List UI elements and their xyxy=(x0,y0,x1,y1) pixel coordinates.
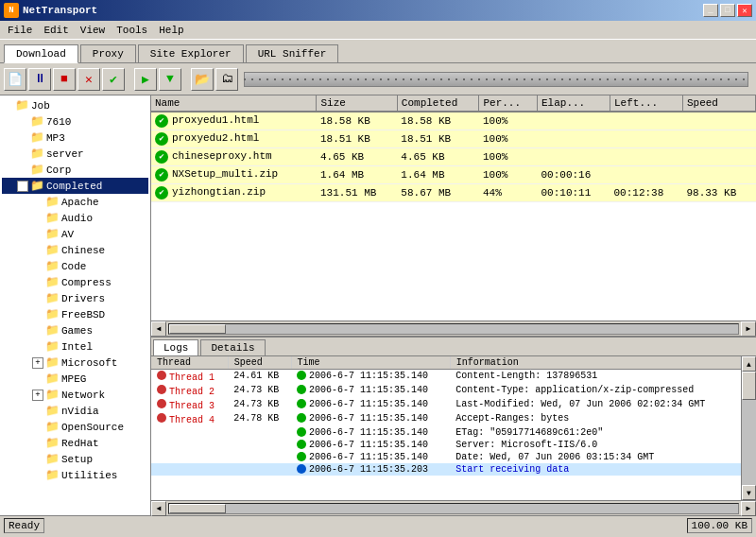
expand-icon[interactable]: + xyxy=(32,390,43,401)
open-folder-button[interactable]: 📂 xyxy=(191,68,214,91)
menu-item-help[interactable]: Help xyxy=(153,23,189,38)
tab-download[interactable]: Download xyxy=(4,44,78,63)
sidebar-item-mp3[interactable]: 📁MP3 xyxy=(2,130,148,146)
collapse-icon[interactable]: - xyxy=(17,181,28,192)
sidebar-item-apache[interactable]: 📁Apache xyxy=(2,194,148,210)
log-status-icon xyxy=(297,452,306,461)
minimize-button[interactable]: _ xyxy=(703,4,718,17)
hscroll-thumb[interactable] xyxy=(169,324,226,334)
file-cell-1: 58.67 MB xyxy=(397,184,479,202)
file-list[interactable]: NameSizeCompletedPer...Elap...Left...Spe… xyxy=(151,95,756,320)
expand-icon[interactable]: + xyxy=(32,357,43,369)
file-cell-2: 100% xyxy=(479,148,538,166)
sidebar-item-job[interactable]: 📁Job xyxy=(2,97,148,113)
file-name-cell: ✔NXSetup_multi.zip xyxy=(151,166,317,184)
folder-icon: 📁 xyxy=(45,275,60,289)
tab-site-explorer[interactable]: Site Explorer xyxy=(138,44,244,62)
sidebar-item-mpeg[interactable]: 📁MPEG xyxy=(2,371,148,387)
app-title: NetTransport xyxy=(23,5,97,16)
log-row: 2006-6-7 11:15:35.140ETag: "05917714689c… xyxy=(151,426,741,439)
file-list-hscroll[interactable]: ◀ ▶ xyxy=(151,320,756,336)
log-thread xyxy=(151,451,228,463)
sidebar-item-freebsd[interactable]: 📁FreeBSD xyxy=(2,306,148,322)
logs-table-container: ThreadSpeedTimeInformationThread 124.61 … xyxy=(151,356,741,500)
sidebar-item-chinese[interactable]: 📁Chinese xyxy=(2,242,148,258)
sidebar-item-utilities[interactable]: 📁Utilities xyxy=(2,467,148,483)
menu-item-file[interactable]: File xyxy=(2,23,38,38)
sidebar-item-network[interactable]: +📁Network xyxy=(2,387,148,403)
logs-hscroll[interactable]: ◀ ▶ xyxy=(151,500,756,515)
sidebar-item-games[interactable]: 📁Games xyxy=(2,322,148,338)
log-time: 2006-6-7 11:15:35.140 xyxy=(291,398,450,412)
sidebar-item-microsoft[interactable]: +📁Microsoft xyxy=(2,355,148,371)
logs-scrollbar[interactable]: ▲ ▼ xyxy=(741,356,756,500)
folder-icon: 📁 xyxy=(45,420,60,434)
tab-url-sniffer[interactable]: URL Sniffer xyxy=(246,44,339,62)
sidebar-item-nvidia[interactable]: 📁nVidia xyxy=(2,403,148,419)
sidebar-item-setup[interactable]: 📁Setup xyxy=(2,451,148,467)
sidebar-item-server[interactable]: 📁server xyxy=(2,146,148,162)
folder-icon: 📁 xyxy=(15,98,29,113)
log-info: Last-Modified: Wed, 07 Jun 2006 02:02:34… xyxy=(450,398,740,412)
folder-icon: 📁 xyxy=(45,211,60,225)
sidebar-item-7610[interactable]: 📁7610 xyxy=(2,113,148,130)
sidebar-item-audio[interactable]: 📁Audio xyxy=(2,210,148,226)
explore-button[interactable]: 🗂 xyxy=(215,68,238,91)
file-cell-3: 00:00:16 xyxy=(538,166,610,184)
stop-button[interactable]: ■ xyxy=(53,68,76,91)
hscroll-right[interactable]: ▶ xyxy=(741,321,756,337)
close-button[interactable]: ✕ xyxy=(737,4,752,17)
logs-scroll-up[interactable]: ▲ xyxy=(742,356,756,372)
verify-button[interactable]: ✔ xyxy=(102,68,125,91)
log-speed: 24.73 KB xyxy=(228,384,291,398)
tab-proxy[interactable]: Proxy xyxy=(80,44,136,62)
sidebar-item-intel[interactable]: 📁Intel xyxy=(2,338,148,355)
start-button[interactable]: ▶ xyxy=(134,68,157,91)
tree-item-label: Drivers xyxy=(61,293,105,304)
log-time: 2006-6-7 11:15:35.140 xyxy=(291,412,450,426)
tree-item-label: Utilities xyxy=(61,470,117,481)
maximize-button[interactable]: □ xyxy=(720,4,735,17)
sidebar-item-compress[interactable]: 📁Compress xyxy=(2,274,148,290)
right-panel: NameSizeCompletedPer...Elap...Left...Spe… xyxy=(151,95,756,515)
file-row[interactable]: ✔proxyedu2.html18.51 KB18.51 KB100% xyxy=(151,130,756,148)
tree-item-label: RedHat xyxy=(61,438,99,449)
menu-item-edit[interactable]: Edit xyxy=(38,23,74,38)
menu-item-tools[interactable]: Tools xyxy=(111,23,153,38)
sidebar-item-opensource[interactable]: 📁OpenSource xyxy=(2,419,148,435)
logs-hscroll-thumb[interactable] xyxy=(169,504,226,513)
file-cell-5 xyxy=(682,130,755,148)
delete-button[interactable]: ✕ xyxy=(77,68,100,91)
folder-icon: 📁 xyxy=(45,195,60,209)
file-cell-5 xyxy=(682,148,755,166)
menu-item-view[interactable]: View xyxy=(75,23,111,38)
log-speed xyxy=(228,426,291,439)
pause-all-button[interactable]: ▼ xyxy=(159,68,181,91)
col-header-elap: Elap... xyxy=(538,95,610,112)
logs-hscroll-left[interactable]: ◀ xyxy=(151,501,166,516)
file-row[interactable]: ✔yizhongtian.zip131.51 MB58.67 MB44%00:1… xyxy=(151,184,756,202)
logs-hscroll-track[interactable] xyxy=(168,503,739,514)
file-row[interactable]: ✔NXSetup_multi.zip1.64 MB1.64 MB100%00:0… xyxy=(151,166,756,184)
hscroll-track[interactable] xyxy=(168,323,739,335)
log-info: Date: Wed, 07 Jun 2006 03:15:34 GMT xyxy=(450,451,740,463)
sidebar-item-drivers[interactable]: 📁Drivers xyxy=(2,290,148,306)
logs-tab-logs[interactable]: Logs xyxy=(153,339,198,355)
folder-icon: 📁 xyxy=(45,259,60,273)
sidebar-item-completed[interactable]: -📁Completed xyxy=(2,178,148,194)
new-download-button[interactable]: 📄 xyxy=(4,68,26,91)
sidebar-item-redhat[interactable]: 📁RedHat xyxy=(2,435,148,451)
file-row[interactable]: ✔proxyedu1.html18.58 KB18.58 KB100% xyxy=(151,112,756,130)
logs-scroll-down[interactable]: ▼ xyxy=(742,485,756,500)
logs-scroll-thumb[interactable] xyxy=(742,372,756,400)
sidebar-item-corp[interactable]: 📁Corp xyxy=(2,162,148,178)
file-row[interactable]: ✔chineseproxy.htm4.65 KB4.65 KB100% xyxy=(151,148,756,166)
sidebar-item-av[interactable]: 📁AV xyxy=(2,226,148,242)
logs-hscroll-right[interactable]: ▶ xyxy=(741,501,756,516)
logs-scroll-track[interactable] xyxy=(742,372,756,485)
hscroll-left[interactable]: ◀ xyxy=(151,321,166,337)
logs-tab-details[interactable]: Details xyxy=(200,339,265,355)
pause-button[interactable]: ⏸ xyxy=(28,68,51,91)
tree-item-label: Network xyxy=(61,390,105,401)
sidebar-item-code[interactable]: 📁Code xyxy=(2,258,148,274)
